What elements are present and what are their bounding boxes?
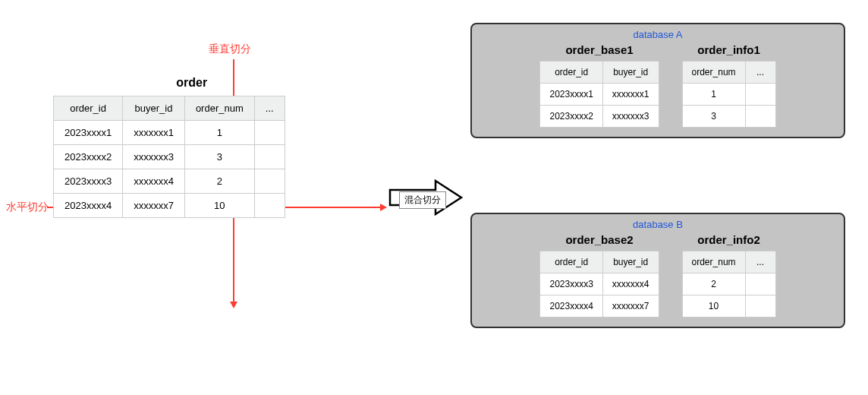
order-base2-title: order_base2 xyxy=(565,233,633,246)
order-info2-section: order_info2 order_num ... 2 10 xyxy=(682,233,776,318)
database-b-label: database B xyxy=(481,219,835,230)
order-base2-section: order_base2 order_id buyer_id 2023xxxx3x… xyxy=(539,233,659,318)
col-header: order_num xyxy=(184,96,254,121)
col-header: order_id xyxy=(54,96,123,121)
mixed-split-label: 混合切分 xyxy=(399,191,446,209)
order-base1-title: order_base1 xyxy=(565,43,633,56)
table-row: 2023xxxx1 xxxxxxx1 1 xyxy=(54,121,285,145)
col-header: ... xyxy=(745,62,775,84)
table-row: 2023xxxx3xxxxxxx4 xyxy=(540,273,659,295)
table-header-row: order_id buyer_id order_num ... xyxy=(54,96,285,121)
order-info2-title: order_info2 xyxy=(697,233,760,246)
source-section: order order_id buyer_id order_num ... 20… xyxy=(53,76,285,218)
col-header: order_id xyxy=(540,251,602,273)
order-base1-table: order_id buyer_id 2023xxxx1xxxxxxx1 2023… xyxy=(539,61,659,128)
order-info2-table: order_num ... 2 10 xyxy=(682,251,776,318)
col-header: buyer_id xyxy=(602,251,659,273)
col-header: ... xyxy=(254,96,285,121)
table-row: 2023xxxx2 xxxxxxx3 3 xyxy=(54,145,285,169)
table-row: 2023xxxx4 xxxxxxx7 10 xyxy=(54,194,285,218)
col-header: order_num xyxy=(682,251,745,273)
col-header: order_id xyxy=(540,62,602,84)
database-b-box: database B order_base2 order_id buyer_id… xyxy=(470,213,845,328)
database-a-label: database A xyxy=(481,29,835,40)
col-header: ... xyxy=(745,251,775,273)
table-row: 2023xxxx4xxxxxxx7 xyxy=(540,295,659,318)
vertical-split-label: 垂直切分 xyxy=(209,43,251,56)
table-row: 2023xxxx1xxxxxxx1 xyxy=(540,84,659,106)
table-row: 2023xxxx3 xxxxxxx4 2 xyxy=(54,169,285,194)
horizontal-split-label: 水平切分 xyxy=(6,201,49,214)
order-base1-section: order_base1 order_id buyer_id 2023xxxx1x… xyxy=(539,43,659,128)
col-header: buyer_id xyxy=(123,96,185,121)
table-row: 10 xyxy=(682,295,775,318)
order-info1-title: order_info1 xyxy=(697,43,760,56)
table-row: 2023xxxx2xxxxxxx3 xyxy=(540,106,659,128)
order-base2-table: order_id buyer_id 2023xxxx3xxxxxxx4 2023… xyxy=(539,251,659,318)
col-header: buyer_id xyxy=(602,62,659,84)
order-info1-table: order_num ... 1 3 xyxy=(682,61,776,128)
source-table-title: order xyxy=(53,76,285,90)
table-row: 1 xyxy=(682,84,775,106)
table-row: 2 xyxy=(682,273,775,295)
source-table: order_id buyer_id order_num ... 2023xxxx… xyxy=(53,96,285,218)
order-info1-section: order_info1 order_num ... 1 3 xyxy=(682,43,776,128)
col-header: order_num xyxy=(682,62,745,84)
table-row: 3 xyxy=(682,106,775,128)
database-a-box: database A order_base1 order_id buyer_id… xyxy=(470,23,845,138)
